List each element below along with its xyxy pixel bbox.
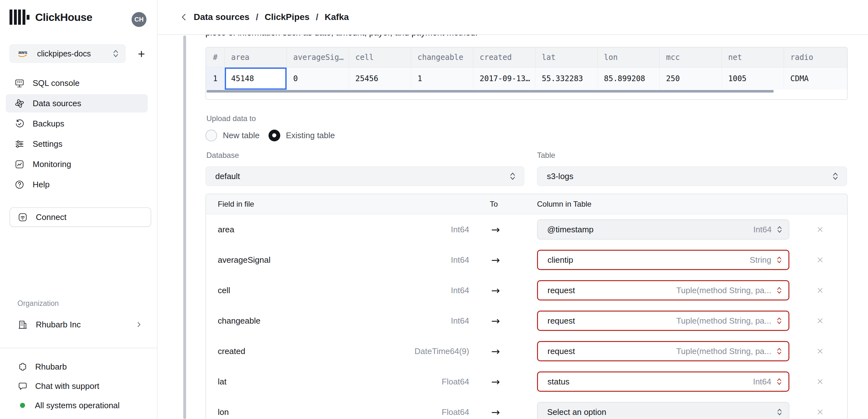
sidebar-nav: SQL console Data sources Backups [6, 74, 148, 196]
field-type: Int64 [327, 316, 469, 326]
breadcrumb-clickpipes[interactable]: ClickPipes [265, 12, 310, 22]
field-type: Float64 [327, 407, 469, 417]
sidebar-item-sql-console[interactable]: SQL console [6, 74, 148, 92]
column-select-error[interactable]: request Tuple(method String, pa... [537, 311, 789, 331]
table-cell-selected[interactable]: 45148 [224, 67, 287, 90]
back-button[interactable] [178, 11, 190, 24]
organization-section-label: Organization [18, 299, 59, 308]
monitor-icon [14, 78, 24, 88]
new-table-label[interactable]: New table [223, 131, 260, 140]
organization-switcher[interactable]: Rhubarb Inc [9, 314, 151, 335]
sidebar-item-help[interactable]: Help [6, 175, 148, 194]
sidebar-item-label: Data sources [33, 99, 81, 108]
remove-mapping-button[interactable] [812, 408, 828, 416]
column-select-placeholder[interactable]: Select an option [537, 402, 789, 419]
arrow-right-icon: → [487, 223, 504, 236]
breadcrumb-separator: / [256, 12, 258, 22]
table-cell[interactable]: 0 [287, 67, 349, 90]
arrow-right-icon: → [487, 376, 504, 388]
connect-button[interactable]: Connect [9, 207, 151, 227]
content-scrollbar[interactable] [183, 35, 186, 419]
column-header: cell [349, 47, 411, 67]
chevron-updown-icon [777, 225, 782, 234]
column-select-error[interactable]: status Int64 [537, 372, 789, 392]
workspace-selector[interactable]: aws clickpipes-docs [9, 44, 126, 63]
database-select-value: default [215, 171, 504, 181]
table-cell[interactable]: 85.899208 [597, 67, 659, 90]
remove-mapping-button[interactable] [812, 317, 828, 325]
sidebar-item-chat-support[interactable]: Chat with support [9, 377, 151, 395]
sidebar-item-backups[interactable]: Backups [6, 115, 148, 133]
field-name: averageSignal [218, 255, 271, 265]
avatar[interactable]: CH [131, 12, 147, 27]
existing-table-radio[interactable] [269, 130, 280, 141]
horizontal-scrollbar-thumb[interactable] [207, 90, 774, 93]
close-icon [816, 378, 824, 386]
arrow-right-icon: → [487, 254, 504, 266]
chart-frame-icon [14, 159, 24, 169]
wifi-square-icon [18, 212, 28, 222]
restore-clock-icon [14, 119, 24, 129]
sidebar-item-monitoring[interactable]: Monitoring [6, 155, 148, 173]
column-select-value: request [548, 316, 671, 326]
column-select-error[interactable]: clientip String [537, 250, 789, 270]
database-select[interactable]: default [206, 166, 524, 186]
close-icon [816, 408, 824, 416]
sidebar-item-label: Backups [33, 119, 64, 129]
remove-mapping-button[interactable] [812, 378, 828, 386]
remove-mapping-button[interactable] [812, 347, 828, 355]
mapping-row: averageSignal Int64 → clientip String [206, 245, 847, 275]
table-cell[interactable]: 25456 [349, 67, 411, 90]
logo-text: ClickHouse [35, 11, 92, 24]
close-icon [816, 347, 824, 355]
table-select[interactable]: s3-logs [537, 166, 847, 186]
chat-support-label: Chat with support [35, 381, 99, 391]
sidebar-item-settings[interactable]: Settings [6, 135, 148, 153]
table-cell[interactable]: 1 [411, 67, 473, 90]
table-cell[interactable]: 1005 [721, 67, 784, 90]
breadcrumb-kafka: Kafka [324, 12, 349, 22]
mapping-row: changeable Int64 → request Tuple(method … [206, 305, 847, 336]
clickhouse-logo-icon [9, 9, 29, 25]
field-name: lat [218, 377, 226, 387]
mapping-row: created DateTime64(9) → request Tuple(me… [206, 336, 847, 366]
column-select-error[interactable]: request Tuple(method String, pa... [537, 341, 789, 361]
table-cell[interactable]: 55.332283 [535, 67, 597, 90]
new-table-radio[interactable] [206, 130, 217, 141]
table-cell[interactable]: 250 [659, 67, 721, 90]
column-select[interactable]: @timestamp Int64 [537, 219, 789, 239]
table-cell[interactable]: 2017-09-13… [473, 67, 535, 90]
sidebar-item-system-status[interactable]: All systems operational [9, 396, 151, 415]
sidebar-item-rhubarb[interactable]: Rhubarb [9, 357, 151, 376]
preview-table-row: 1 45148 0 25456 1 2017-09-13… 55.332283 … [206, 67, 847, 90]
field-type: Int64 [327, 225, 469, 234]
close-icon [816, 317, 824, 325]
sidebar-item-data-sources[interactable]: Data sources [6, 94, 148, 112]
remove-mapping-button[interactable] [812, 225, 828, 234]
column-header: averageSig… [287, 47, 349, 67]
table-label: Table [537, 151, 555, 160]
chevron-updown-icon [776, 377, 782, 386]
field-name: changeable [218, 316, 260, 326]
remove-mapping-button[interactable] [812, 286, 828, 294]
clickhouse-logo[interactable]: ClickHouse [9, 9, 92, 25]
arrow-right-icon: → [487, 315, 504, 327]
remove-mapping-button[interactable] [812, 256, 828, 264]
chevron-updown-icon [776, 347, 782, 356]
column-select-type: String [750, 255, 771, 265]
sidebar-item-label: SQL console [33, 78, 80, 88]
column-select-value: @timestamp [547, 225, 748, 234]
existing-table-label[interactable]: Existing table [286, 131, 335, 140]
column-select-type: Tuple(method String, pa... [676, 316, 771, 326]
column-select-error[interactable]: request Tuple(method String, pa... [537, 280, 789, 300]
breadcrumb-data-sources[interactable]: Data sources [194, 12, 249, 22]
preview-table-header: # area averageSig… cell changeable creat… [206, 47, 847, 67]
field-type: Int64 [327, 286, 469, 295]
add-service-button[interactable]: + [134, 47, 148, 61]
mapping-row: lon Float64 → Select an option [206, 397, 847, 419]
horizontal-scrollbar [206, 90, 847, 99]
table-cell[interactable]: CDMA [784, 67, 847, 90]
building-icon [18, 320, 28, 330]
chat-bubble-icon [18, 381, 28, 391]
column-header: changeable [411, 47, 473, 67]
